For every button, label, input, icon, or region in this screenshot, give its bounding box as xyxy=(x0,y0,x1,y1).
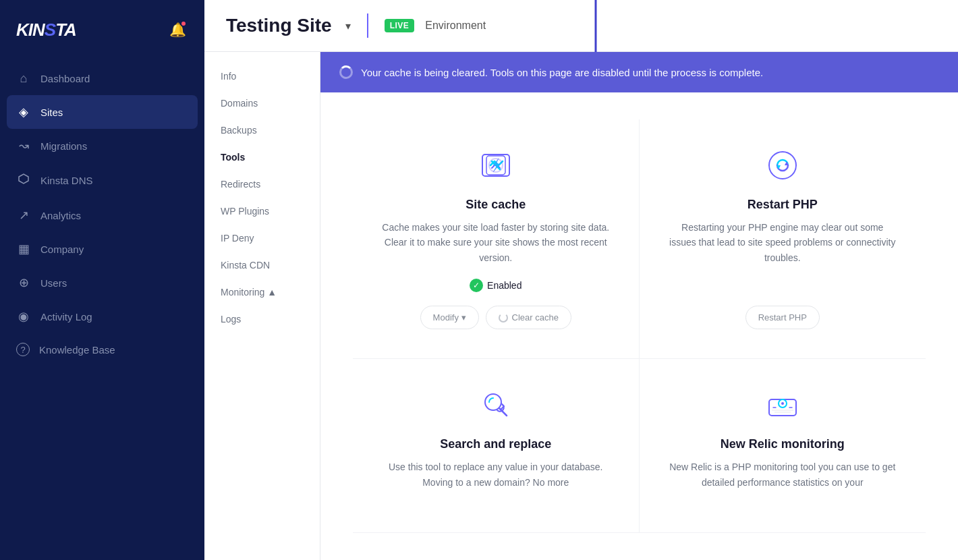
site-cache-title: Site cache xyxy=(466,198,526,212)
sidebar-item-activity-log[interactable]: ◉ Activity Log xyxy=(0,300,204,333)
sidebar-nav: ⌂ Dashboard ◈ Sites ↝ Migrations Kinsta … xyxy=(0,57,204,560)
sidebar-item-dashboard[interactable]: ⌂ Dashboard xyxy=(0,62,204,95)
sidebar-item-label: Users xyxy=(40,277,67,289)
sidebar-item-analytics[interactable]: ↗ Analytics xyxy=(0,198,204,232)
sidebar-item-users[interactable]: ⊕ Users xyxy=(0,266,204,300)
site-cache-icon xyxy=(474,144,517,187)
home-icon: ⌂ xyxy=(16,72,31,86)
notification-bell[interactable]: 🔔 xyxy=(167,19,188,40)
svg-point-11 xyxy=(781,402,784,405)
search-replace-icon xyxy=(474,383,517,426)
cache-banner-message: Your cache is being cleared. Tools on th… xyxy=(361,67,763,78)
site-cache-description: Cache makes your site load faster by sto… xyxy=(381,220,611,265)
sub-nav: Info Domains Backups Tools Redirects WP … xyxy=(204,52,320,560)
sidebar-item-label: Activity Log xyxy=(40,311,92,323)
new-relic-card: New Relic monitoring New Relic is a PHP … xyxy=(640,359,926,533)
migrations-icon: ↝ xyxy=(16,138,31,153)
site-cache-status: ✓ Enabled xyxy=(470,279,522,292)
tools-grid: Site cache Cache makes your site load fa… xyxy=(320,92,958,560)
sidebar-item-label: Knowledge Base xyxy=(39,344,115,356)
knowledge-icon: ? xyxy=(16,343,30,356)
clear-cache-spinner xyxy=(499,313,508,323)
sidebar-item-label: Dashboard xyxy=(40,73,90,84)
notification-dot xyxy=(180,20,187,27)
cache-clearing-banner: Your cache is being cleared. Tools on th… xyxy=(320,52,958,92)
search-replace-title: Search and replace xyxy=(440,437,551,451)
sub-nav-backups[interactable]: Backups xyxy=(204,117,320,144)
sidebar: KINSTA 🔔 ⌂ Dashboard ◈ Sites ↝ Migration… xyxy=(0,0,204,560)
sidebar-item-label: Migrations xyxy=(40,140,87,152)
analytics-icon: ↗ xyxy=(16,208,31,223)
restart-php-actions: Restart PHP xyxy=(745,306,820,329)
sidebar-item-kinsta-dns[interactable]: Kinsta DNS xyxy=(0,163,204,198)
search-replace-card: Search and replace Use this tool to repl… xyxy=(353,359,640,533)
sidebar-header: KINSTA 🔔 xyxy=(0,0,204,57)
activity-icon: ◉ xyxy=(16,309,31,324)
site-title: Testing Site xyxy=(226,15,332,36)
restart-php-title: Restart PHP xyxy=(748,198,818,212)
page-header: Testing Site ▾ LIVE Environment xyxy=(204,0,958,52)
restart-php-card: Restart PHP Restarting your PHP engine m… xyxy=(640,119,926,359)
restart-php-description: Restarting your PHP engine may clear out… xyxy=(668,220,897,265)
content-area: Info Domains Backups Tools Redirects WP … xyxy=(204,52,958,560)
sub-nav-redirects[interactable]: Redirects xyxy=(204,171,320,198)
dns-icon xyxy=(16,172,31,189)
sub-nav-kinsta-cdn[interactable]: Kinsta CDN xyxy=(204,252,320,279)
live-badge: LIVE xyxy=(385,19,415,32)
check-icon: ✓ xyxy=(470,279,483,292)
sidebar-item-label: Sites xyxy=(40,107,63,118)
sub-nav-logs[interactable]: Logs xyxy=(204,306,320,333)
sub-nav-ip-deny[interactable]: IP Deny xyxy=(204,225,320,252)
sidebar-item-sites[interactable]: ◈ Sites xyxy=(7,95,198,129)
logo: KINSTA xyxy=(16,20,76,40)
sidebar-item-label: Analytics xyxy=(40,210,81,221)
sites-icon: ◈ xyxy=(16,105,31,119)
restart-php-icon xyxy=(761,144,804,187)
modify-button[interactable]: Modify ▾ xyxy=(420,306,479,329)
users-icon: ⊕ xyxy=(16,275,31,290)
new-relic-icon xyxy=(761,383,804,426)
site-cache-actions: Modify ▾ Clear cache xyxy=(420,306,571,329)
svg-point-6 xyxy=(769,152,796,179)
sub-nav-monitoring[interactable]: Monitoring ▲ xyxy=(204,279,320,306)
site-dropdown-arrow[interactable]: ▾ xyxy=(345,20,351,32)
sub-nav-info[interactable]: Info xyxy=(204,63,320,90)
tools-page: Your cache is being cleared. Tools on th… xyxy=(320,52,958,560)
company-icon: ▦ xyxy=(16,242,31,256)
restart-php-button[interactable]: Restart PHP xyxy=(745,306,820,329)
search-replace-description: Use this tool to replace any value in yo… xyxy=(381,459,611,490)
new-relic-title: New Relic monitoring xyxy=(721,437,845,451)
clear-cache-button[interactable]: Clear cache xyxy=(486,306,571,329)
sidebar-item-migrations[interactable]: ↝ Migrations xyxy=(0,129,204,163)
new-relic-description: New Relic is a PHP monitoring tool you c… xyxy=(668,459,897,490)
sidebar-item-label: Company xyxy=(40,244,84,255)
main-content: Testing Site ▾ LIVE Environment Info Dom… xyxy=(204,0,958,560)
sidebar-item-label: Kinsta DNS xyxy=(40,175,93,186)
header-separator xyxy=(367,13,368,38)
sidebar-item-knowledge-base[interactable]: ? Knowledge Base xyxy=(0,333,204,366)
sidebar-item-company[interactable]: ▦ Company xyxy=(0,232,204,266)
site-cache-card: Site cache Cache makes your site load fa… xyxy=(353,119,640,359)
loading-spinner xyxy=(339,65,353,79)
sub-nav-tools[interactable]: Tools xyxy=(204,144,320,171)
sub-nav-domains[interactable]: Domains xyxy=(204,90,320,117)
environment-label: Environment xyxy=(425,20,486,32)
sub-nav-wp-plugins[interactable]: WP Plugins xyxy=(204,198,320,225)
